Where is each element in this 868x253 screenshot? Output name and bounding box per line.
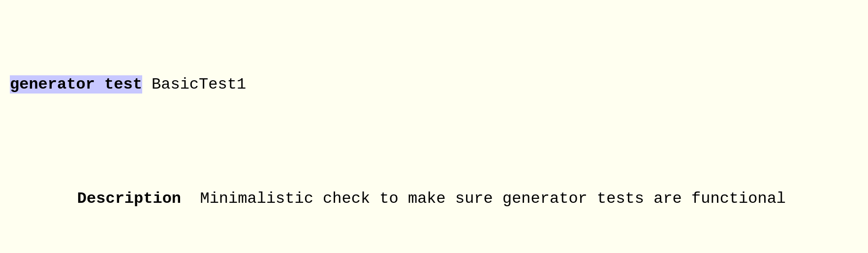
description-label: Description bbox=[77, 190, 181, 208]
generator-keyword: generator test bbox=[10, 75, 142, 94]
description-text: Minimalistic check to make sure generato… bbox=[200, 190, 786, 208]
description-line: Description Minimalistic check to make s… bbox=[10, 188, 858, 210]
header-line: generator test BasicTest1 bbox=[10, 73, 858, 96]
code-view: generator test BasicTest1 Description Mi… bbox=[10, 5, 858, 253]
test-name: BasicTest1 bbox=[152, 75, 246, 94]
